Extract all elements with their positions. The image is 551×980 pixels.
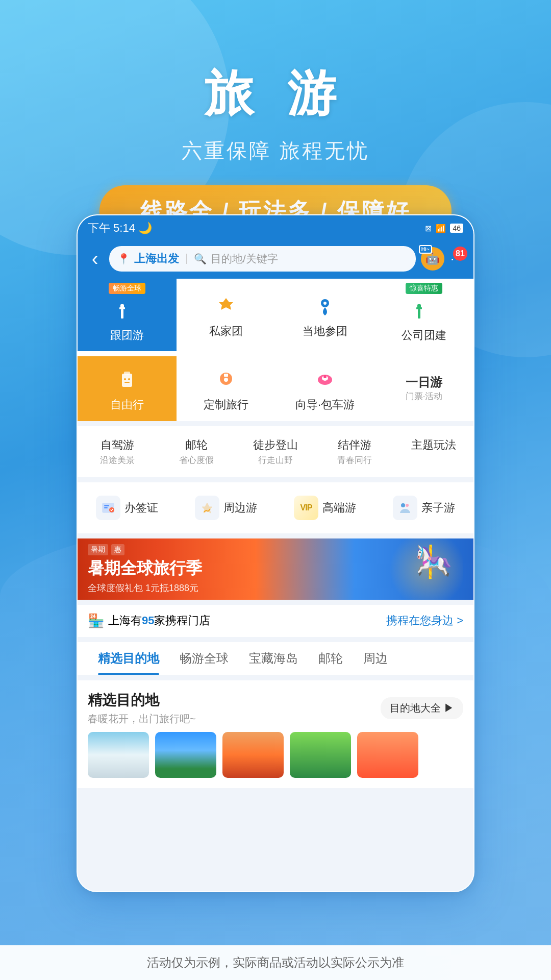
dest-thumb-1[interactable]	[88, 732, 149, 778]
self-drive-label: 自驾游	[101, 437, 134, 453]
nav-action-icons: 🤖 Hi~ ··· 81	[421, 247, 465, 271]
guide-car-label: 向导·包车游	[295, 398, 355, 411]
local-tour-icon	[311, 292, 339, 321]
tab-cruise[interactable]: 邮轮	[308, 642, 353, 675]
group-tour-label: 跟团游	[110, 329, 144, 342]
visa-label: 办签证	[124, 500, 158, 516]
promo-banner[interactable]: 暑期 惠 暑期全球旅行季 全球度假礼包 1元抵1888元 🎠	[78, 538, 473, 600]
service-luxury[interactable]: VIP 高端游	[276, 489, 374, 526]
search-divider	[186, 254, 187, 264]
category-tabs: 精选目的地 畅游全球 宝藏海岛 邮轮 周边	[78, 642, 473, 675]
menu-item-custom-travel[interactable]: 定制旅行	[177, 356, 276, 421]
travel-buddy-sublabel: 青春同行	[337, 454, 372, 466]
day-tour-sublabel: 门票·活动	[406, 390, 443, 402]
store-info-bar: 🏪 上海有95家携程门店 携程在您身边 >	[78, 605, 473, 637]
search-bar[interactable]: 📍 上海出发 🔍 目的地/关键字	[109, 246, 416, 272]
store-prefix: 上海有	[108, 614, 142, 627]
svg-point-24	[406, 504, 409, 507]
menu-item-private-tour[interactable]: 私家团	[177, 279, 276, 351]
svg-point-18	[323, 375, 327, 378]
store-suffix: 家携程门店	[154, 614, 210, 627]
cruise-sublabel: 省心度假	[179, 454, 214, 466]
service-visa[interactable]: 办签证	[78, 489, 177, 526]
svg-rect-21	[104, 507, 108, 508]
menu-theme[interactable]: 主题玩法	[394, 433, 473, 470]
tag-company-tour: 惊喜特惠	[406, 283, 442, 294]
svg-rect-12	[124, 382, 130, 383]
hero-title: 旅 游	[0, 61, 551, 128]
banner-subtitle: 全球度假礼包 1元抵1888元	[88, 582, 361, 594]
day-tour-label: 一日游	[406, 375, 442, 390]
svg-point-4	[323, 302, 327, 305]
company-tour-label: 公司团建	[402, 329, 446, 342]
service-family[interactable]: 亲子游	[374, 489, 473, 526]
dest-all-link[interactable]: 目的地大全 ▶	[381, 697, 463, 719]
menu-item-group-tour[interactable]: 畅游全球 跟团游	[78, 279, 177, 351]
dest-thumb-3[interactable]	[222, 732, 284, 778]
store-info-left: 🏪 上海有95家携程门店	[88, 613, 210, 629]
private-tour-icon	[212, 292, 240, 321]
status-bar: 下午 5:14 🌙 ⊠ 📶 46	[78, 215, 473, 241]
dest-thumb-5[interactable]	[357, 732, 418, 778]
menu-item-day-tour[interactable]: 一日游 门票·活动	[374, 356, 473, 421]
free-travel-icon	[113, 365, 141, 394]
notification-badge: 81	[453, 247, 467, 261]
dest-thumbnails	[88, 732, 463, 778]
menu-item-local-tour[interactable]: 当地参团	[276, 279, 374, 351]
svg-rect-7	[417, 304, 421, 308]
menu-row-4: 办签证 周边游 VIP 高端游	[78, 482, 473, 533]
store-count: 95	[142, 614, 154, 627]
tab-nearby[interactable]: 周边	[353, 642, 398, 675]
custom-travel-icon	[212, 365, 240, 394]
tab-selected-dest[interactable]: 精选目的地	[88, 642, 169, 675]
battery-icon: 46	[450, 224, 463, 233]
svg-rect-9	[124, 372, 130, 375]
menu-item-free-travel[interactable]: 自由行	[78, 356, 177, 421]
menu-travel-buddy[interactable]: 结伴游 青春同行	[315, 433, 394, 470]
company-tour-icon	[410, 296, 438, 325]
tag-group-tour: 畅游全球	[109, 283, 145, 294]
family-label: 亲子游	[421, 500, 455, 516]
menu-item-guide-car[interactable]: 向导·包车游	[276, 356, 374, 421]
nav-bar: ‹ 📍 上海出发 🔍 目的地/关键字 🤖 Hi~ ··· 81	[78, 241, 473, 279]
dest-thumb-2[interactable]	[155, 732, 216, 778]
tab-treasure-island[interactable]: 宝藏海岛	[239, 642, 308, 675]
menu-hiking[interactable]: 徒步登山 行走山野	[236, 433, 315, 470]
search-origin: 上海出发	[134, 251, 179, 266]
nearby-icon	[195, 496, 219, 520]
notification-button[interactable]: ··· 81	[447, 251, 465, 267]
menu-row-3: 自驾游 沿途美景 邮轮 省心度假 徒步登山 行走山野 结伴游 青春同行 主题玩法	[78, 426, 473, 477]
tab-global-tour[interactable]: 畅游全球	[169, 642, 239, 675]
svg-point-11	[128, 378, 130, 380]
luxury-label: 高端游	[322, 500, 356, 516]
family-icon	[393, 496, 417, 520]
svg-point-23	[401, 503, 405, 507]
group-tour-icon	[113, 296, 141, 325]
dest-title: 精选目的地	[88, 691, 196, 710]
self-drive-sublabel: 沿途美景	[100, 454, 135, 466]
custom-travel-label: 定制旅行	[204, 398, 248, 411]
menu-self-drive[interactable]: 自驾游 沿途美景	[78, 433, 157, 470]
theme-label: 主题玩法	[411, 437, 456, 453]
svg-rect-8	[122, 374, 132, 387]
hiking-label: 徒步登山	[253, 437, 298, 453]
banner-title: 暑期全球旅行季	[88, 557, 361, 580]
menu-cruise[interactable]: 邮轮 省心度假	[157, 433, 236, 470]
hero-subtitle: 六重保障 旅程无忧	[0, 137, 551, 165]
dest-header: 精选目的地 春暖花开，出门旅行吧~ 目的地大全 ▶	[88, 691, 463, 726]
user-avatar[interactable]: 🤖 Hi~	[421, 247, 444, 271]
dest-thumb-4[interactable]	[290, 732, 351, 778]
store-link[interactable]: 携程在您身边 >	[386, 613, 463, 628]
svg-point-15	[224, 378, 228, 382]
status-icons: ⊠ 📶 46	[425, 224, 463, 233]
svg-rect-20	[104, 505, 109, 506]
local-tour-label: 当地参团	[303, 325, 347, 338]
main-menu-grid: 畅游全球 跟团游 私家团	[78, 279, 473, 421]
menu-item-company-tour[interactable]: 惊喜特惠 公司团建	[374, 279, 473, 351]
back-button[interactable]: ‹	[86, 248, 104, 270]
visa-icon	[96, 496, 120, 520]
service-nearby[interactable]: 周边游	[177, 489, 276, 526]
search-glass-icon: 🔍	[194, 253, 207, 265]
free-travel-label: 自由行	[110, 398, 144, 411]
menu-row-2: 自由行 定制旅行	[78, 356, 473, 421]
